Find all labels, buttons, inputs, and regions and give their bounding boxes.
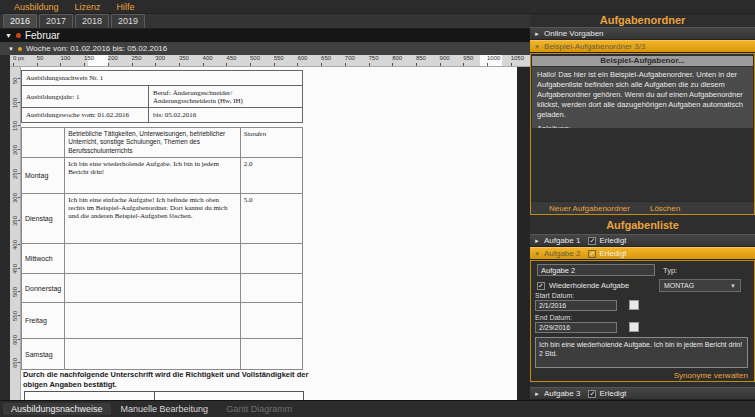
collapse-arrow-icon: ▼ xyxy=(534,44,540,50)
menu-item-hilfe[interactable]: Hilfe xyxy=(109,2,143,12)
week-label: Woche von: 01.02.2016 bis: 05.02.2016 xyxy=(26,44,167,53)
year-tab-2018[interactable]: 2018 xyxy=(75,14,109,28)
day-cell: Montag xyxy=(22,158,65,194)
ruler-tick: 100 xyxy=(10,99,21,106)
chevron-down-icon: ▼ xyxy=(730,283,736,289)
accordion-beispiel-aufgabenordner[interactable]: ▼ Beispiel-Aufgabenordner 3/3 xyxy=(530,40,755,53)
ruler-tick: 50 xyxy=(10,75,21,82)
right-panel: Aufgabenordner ► Online Vorgaben ▼ Beisp… xyxy=(530,14,755,400)
status-tab-gantt-diagramm[interactable]: Gantt Diagramm xyxy=(218,403,300,415)
month-status-dot-icon xyxy=(16,33,21,38)
typ-label: Typ: xyxy=(663,266,677,275)
start-date-input[interactable] xyxy=(535,300,617,311)
left-margin-strip xyxy=(0,55,10,400)
instructions-title: Anleitung: xyxy=(537,124,748,128)
delete-folder-button[interactable]: Löschen xyxy=(640,204,690,213)
document-center: 0 px501001502002503003504004505005506006… xyxy=(10,55,530,400)
signature-table xyxy=(24,391,304,400)
folder-description[interactable]: Hallo! Das hier ist ein Beispiel-Aufgabe… xyxy=(532,67,753,128)
statusbar: AusbildungsnachweiseManuelle Bearbeitung… xyxy=(0,400,755,417)
year-tab-2017[interactable]: 2017 xyxy=(39,14,73,28)
hours-cell[interactable] xyxy=(240,339,302,370)
status-tab-ausbildungsnachweise[interactable]: Ausbildungsnachweise xyxy=(3,403,111,415)
folder-panel-title: Aufgabenordner xyxy=(530,14,755,26)
year-tab-2016[interactable]: 2016 xyxy=(3,14,37,28)
status-tab-manuelle-bearbeitung[interactable]: Manuelle Bearbeitung xyxy=(113,403,217,415)
online-vorgaben-label: Online Vorgaben xyxy=(544,29,604,38)
task-name-input[interactable] xyxy=(537,264,655,276)
day-cell: Samstag xyxy=(22,339,65,370)
folder-buttons-row: Neuer Aufgabenordner Löschen xyxy=(531,201,754,214)
recurring-checkbox[interactable]: ✓ xyxy=(537,282,545,290)
ruler-tick-mark xyxy=(440,63,441,66)
splitter[interactable] xyxy=(517,67,530,400)
horizontal-ruler: 0 px501001502002503003504004505005506006… xyxy=(10,55,530,67)
menu-item-lizenz[interactable]: Lizenz xyxy=(67,2,109,12)
activities-cell[interactable]: Ich bin eine wiederholende Aufgabe. Ich … xyxy=(65,158,240,194)
task2-label: Aufgabe 2 xyxy=(544,249,580,258)
ruler-tick-mark xyxy=(321,63,322,66)
accordion-aufgabe-2[interactable]: ▼ Aufgabe 2 ✓ Erledigt xyxy=(530,247,755,260)
left-column: 2016201720182019 ▼ Februar ▼ Woche von: … xyxy=(0,14,530,400)
week-collapse-bar[interactable]: ▼ Woche von: 01.02.2016 bis: 05.02.2016 xyxy=(0,42,530,55)
app-window: AusbildungLizenzHilfe 2016201720182019 ▼… xyxy=(0,0,755,417)
hours-cell[interactable]: 5.0 xyxy=(240,194,302,244)
menu-item-ausbildung[interactable]: Ausbildung xyxy=(6,2,67,12)
accordion-aufgabe-1[interactable]: ► Aufgabe 1 ✓ Erledigt xyxy=(530,234,755,247)
ruler-tick-mark xyxy=(274,63,275,66)
confirmation-text: Durch die nachfolgende Unterschrift wird… xyxy=(23,370,315,390)
new-folder-button[interactable]: Neuer Aufgabenordner xyxy=(539,204,640,213)
activities-cell[interactable] xyxy=(65,244,240,274)
activities-cell[interactable] xyxy=(65,339,240,370)
day-cell: Mittwoch xyxy=(22,244,65,274)
end-date-picker-button[interactable] xyxy=(629,322,639,332)
ruler-tick-mark xyxy=(60,63,61,66)
manage-synonyms-button[interactable]: Synonyme verwalten xyxy=(674,371,748,380)
task-description-textarea[interactable]: Ich bin eine wiederholende Aufgabe. Ich … xyxy=(535,337,748,368)
week-row-dienstag: DienstagIch bin eine einfache Aufgabe! I… xyxy=(22,194,303,244)
ruler-tick: 300 xyxy=(10,194,21,201)
accordion-aufgabe-3[interactable]: ► Aufgabe 3 ✓ Erledigt xyxy=(530,387,755,400)
task1-done-checkbox[interactable]: ✓ xyxy=(588,237,596,245)
week-row-donnerstag: Donnerstag xyxy=(22,274,303,303)
activities-cell[interactable] xyxy=(65,303,240,339)
ruler-tick-mark xyxy=(179,63,180,66)
expand-arrow-icon: ► xyxy=(534,238,540,244)
week-activities-table: Betriebliche Tätigkeiten, Unterweisungen… xyxy=(21,127,303,370)
expand-arrow-icon: ► xyxy=(534,391,540,397)
typ-dropdown[interactable]: MONTAG ▼ xyxy=(659,279,741,292)
ruler-tick: 350 xyxy=(10,217,21,224)
week-row-freitag: Freitag xyxy=(22,303,303,339)
ruler-tick-mark xyxy=(369,63,370,66)
report-header-table: Ausbildungsnachweis Nr. 1 Ausbildungsjah… xyxy=(21,70,303,123)
ruler-tick-mark xyxy=(84,63,85,66)
ruler-tick-mark xyxy=(226,63,227,66)
hours-header-cell: Stunden xyxy=(240,128,302,158)
activities-cell[interactable] xyxy=(65,274,240,303)
ruler-tick: 1050 xyxy=(511,55,530,66)
hours-cell[interactable] xyxy=(240,244,302,274)
hours-cell[interactable] xyxy=(240,303,302,339)
hours-cell[interactable] xyxy=(240,274,302,303)
end-date-input[interactable] xyxy=(535,322,617,333)
ruler-tick: 600 xyxy=(10,336,21,343)
collapse-arrow-icon: ▼ xyxy=(5,32,12,39)
month-collapse-bar[interactable]: ▼ Februar xyxy=(0,29,530,42)
report-year-cell[interactable]: Ausbildungsjahr: 1 xyxy=(22,86,149,108)
report-week-to-cell[interactable]: bis: 05.02.2016 xyxy=(149,108,303,123)
task2-done-checkbox[interactable]: ✓ xyxy=(588,250,596,258)
activities-cell[interactable]: Ich bin eine einfache Aufgabe! Ich befin… xyxy=(65,194,240,244)
hours-cell[interactable]: 2.0 xyxy=(240,158,302,194)
task3-done-checkbox[interactable]: ✓ xyxy=(588,390,596,398)
start-date-picker-button[interactable] xyxy=(629,300,639,310)
report-beruf-cell[interactable]: Beruf: Änderungsschneider/ Änderungsschn… xyxy=(149,86,303,108)
report-sheet[interactable]: Ausbildungsnachweis Nr. 1 Ausbildungsjah… xyxy=(21,67,517,400)
menubar: AusbildungLizenzHilfe xyxy=(0,0,755,14)
report-week-from-cell[interactable]: Ausbildungswoche vom: 01.02.2016 xyxy=(22,108,149,123)
task2-pane: Typ: ✓ Wiederholende Aufgabe MONTAG ▼ St… xyxy=(530,260,755,382)
week-row-montag: MontagIch bin eine wiederholende Aufgabe… xyxy=(22,158,303,194)
year-tab-2019[interactable]: 2019 xyxy=(111,14,145,28)
accordion-online-vorgaben[interactable]: ► Online Vorgaben xyxy=(530,27,755,40)
report-title-cell[interactable]: Ausbildungsnachweis Nr. 1 xyxy=(22,71,303,86)
folder-description-text: Hallo! Das hier ist ein Beispiel-Aufgabe… xyxy=(537,70,748,119)
